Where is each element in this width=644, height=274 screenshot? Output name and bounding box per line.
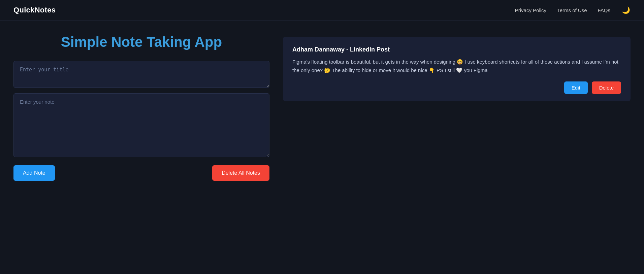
note-card-body: Figma's floating toolbar is beautiful, b… <box>292 58 621 75</box>
delete-all-button[interactable]: Delete All Notes <box>212 165 269 181</box>
main-content: Simple Note Taking App Add Note Delete A… <box>0 21 644 194</box>
header: QuickNotes Privacy Policy Terms of Use F… <box>0 0 644 21</box>
action-buttons: Add Note Delete All Notes <box>13 165 269 181</box>
brand-logo: QuickNotes <box>13 6 56 14</box>
privacy-policy-link[interactable]: Privacy Policy <box>515 7 546 13</box>
faqs-link[interactable]: FAQs <box>598 7 610 13</box>
note-card-title: Adham Dannaway - Linkedin Post <box>292 46 621 53</box>
note-card-actions: Edit Delete <box>292 81 621 94</box>
notes-list: Adham Dannaway - Linkedin Post Figma's f… <box>283 34 631 181</box>
left-panel: Simple Note Taking App Add Note Delete A… <box>13 34 269 181</box>
add-note-button[interactable]: Add Note <box>13 165 55 181</box>
delete-note-button[interactable]: Delete <box>592 81 621 94</box>
page-title: Simple Note Taking App <box>13 34 269 50</box>
edit-note-button[interactable]: Edit <box>564 81 588 94</box>
note-input[interactable] <box>13 93 269 157</box>
nav-links: Privacy Policy Terms of Use FAQs 🌙 <box>515 5 631 15</box>
note-card: Adham Dannaway - Linkedin Post Figma's f… <box>283 37 631 101</box>
title-input[interactable] <box>13 61 269 88</box>
theme-toggle-button[interactable]: 🌙 <box>621 5 631 15</box>
terms-of-use-link[interactable]: Terms of Use <box>557 7 587 13</box>
